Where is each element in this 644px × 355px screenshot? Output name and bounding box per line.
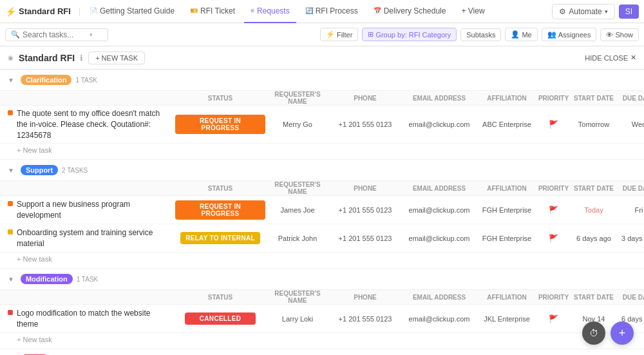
priority-flag: 🚩 — [549, 314, 558, 323]
task-name-text: The quote sent to my office doesn't matc… — [17, 108, 170, 140]
group-header-clarification[interactable]: ▼ Clarification 1 TASK — [0, 70, 644, 90]
top-bar: ⚡ Standard RFI | 📄 Getting Started Guide… — [0, 0, 644, 23]
status-cell: CANCELLED — [175, 312, 265, 325]
group-icon: ⊞ — [368, 30, 374, 39]
group-task-count: 1 TASK — [77, 276, 99, 283]
tab-requests[interactable]: ≡ Requests — [244, 0, 296, 23]
new-task-button[interactable]: + NEW TASK — [88, 52, 145, 64]
assignees-button[interactable]: 👥 Assignees — [542, 28, 597, 41]
add-task-fab[interactable]: + — [611, 321, 634, 345]
collapse-icon: ▼ — [8, 276, 14, 283]
group-task-count: 2 TASKS — [62, 167, 88, 174]
collapse-icon: ▼ — [8, 77, 14, 84]
subtasks-button[interactable]: Subtasks — [460, 28, 501, 41]
group-section-issue: ▼ Issue 1 TASK STATUS REQUESTER'S NAME P… — [0, 349, 644, 355]
group-header-issue[interactable]: ▼ Issue 1 TASK — [0, 349, 644, 355]
breadcrumb-info-icon: ℹ — [80, 53, 83, 62]
add-task-button[interactable]: + New task — [0, 333, 644, 349]
task-row[interactable]: Logo modification to match the website t… — [0, 305, 644, 333]
status-badge: RELAY TO INTERNAL — [180, 232, 260, 244]
requester-name-cell: James Joe — [265, 206, 330, 214]
group-by-button[interactable]: ⊞ Group by: RFI Category — [362, 28, 457, 41]
add-icon: + — [619, 327, 626, 340]
add-task-button[interactable]: + New task — [0, 253, 644, 268]
tab-icon-rfi-process: 🔄 — [305, 7, 313, 14]
show-icon: 👁 — [606, 31, 613, 39]
group-task-count: 1 TASK — [75, 77, 97, 84]
group-badge: Modification — [21, 274, 73, 284]
search-icon: 🔍 — [11, 30, 20, 39]
due-date-cell: 3 days ago — [616, 235, 644, 242]
priority-cell: 🚩 — [536, 314, 571, 323]
status-cell: REQUEST IN PROGRESS — [175, 200, 265, 220]
column-headers: STATUS REQUESTER'S NAME PHONE EMAIL ADDR… — [0, 289, 644, 305]
tab-rfi-ticket[interactable]: 🎫 RFI Ticket — [184, 0, 242, 23]
search-box[interactable]: 🔍 ▾ — [5, 28, 108, 41]
breadcrumb-collapse-icon: ◉ — [8, 54, 14, 61]
status-badge: REQUEST IN PROGRESS — [175, 200, 265, 220]
task-row[interactable]: Onboarding system and training service m… — [0, 224, 644, 253]
filter-button[interactable]: ⚡ Filter — [320, 28, 358, 41]
tab-icon-delivery: 📅 — [374, 7, 381, 14]
task-color-dot — [8, 229, 13, 235]
tab-view[interactable]: + View — [455, 0, 491, 23]
tab-getting-started[interactable]: 📄 Getting Started Guide — [83, 0, 181, 23]
tab-delivery-schedule[interactable]: 📅 Delivery Schedule — [367, 0, 453, 23]
affiliation-cell: ABC Enterprise — [478, 120, 536, 128]
me-button[interactable]: 👤 Me — [505, 28, 537, 41]
automate-chevron: ▾ — [605, 8, 608, 15]
top-bar-right: ⚙ Automate ▾ SI — [552, 4, 639, 19]
assignees-icon: 👥 — [547, 30, 556, 39]
group-header-support[interactable]: ▼ Support 2 TASKS — [0, 160, 644, 180]
me-icon: 👤 — [511, 30, 520, 39]
automate-button[interactable]: ⚙ Automate ▾ — [552, 4, 614, 19]
status-badge: REQUEST IN PROGRESS — [175, 115, 265, 134]
priority-cell: 🚩 — [536, 120, 571, 129]
breadcrumb-title: Standard RFI — [19, 53, 75, 63]
affiliation-cell: FGH Enterprise — [478, 206, 536, 214]
breadcrumb-bar: ◉ Standard RFI ℹ + NEW TASK HIDE CLOSE ✕ — [0, 46, 644, 70]
status-cell: REQUEST IN PROGRESS — [175, 115, 265, 134]
group-section-clarification: ▼ Clarification 1 TASK STATUS REQUESTER'… — [0, 70, 644, 160]
email-cell: email@clickup.com — [401, 235, 478, 242]
task-name-text: Support a new business program developme… — [17, 199, 170, 221]
affiliation-cell: FGH Enterprise — [478, 235, 536, 242]
phone-cell: +1 201 555 0123 — [330, 120, 401, 128]
close-icon: ✕ — [630, 53, 636, 62]
column-headers: STATUS REQUESTER'S NAME PHONE EMAIL ADDR… — [0, 90, 644, 106]
due-date-cell: Fri — [616, 206, 644, 214]
search-input[interactable] — [23, 30, 87, 39]
status-badge: CANCELLED — [185, 312, 256, 325]
add-task-button[interactable]: + New task — [0, 144, 644, 159]
affiliation-cell: JKL Enterprise — [478, 315, 536, 323]
priority-cell: 🚩 — [536, 234, 571, 243]
phone-cell: +1 201 555 0123 — [330, 206, 401, 214]
priority-flag: 🚩 — [549, 234, 558, 243]
tab-rfi-process[interactable]: 🔄 RFI Process — [299, 0, 365, 23]
task-color-dot — [8, 110, 13, 115]
task-name-cell: Logo modification to match the website t… — [8, 308, 175, 330]
top-bar-title: Standard RFI — [19, 6, 71, 16]
group-section-support: ▼ Support 2 TASKS STATUS REQUESTER'S NAM… — [0, 160, 644, 269]
group-header-modification[interactable]: ▼ Modification 1 TASK — [0, 269, 644, 289]
task-color-dot — [8, 310, 13, 315]
top-bar-icon: ⚡ — [5, 6, 16, 17]
task-row[interactable]: Support a new business program developme… — [0, 196, 644, 224]
start-date-cell: Today — [571, 206, 616, 214]
priority-cell: 🚩 — [536, 206, 571, 215]
task-name-cell: Support a new business program developme… — [8, 199, 175, 221]
share-button[interactable]: SI — [619, 5, 639, 19]
requester-name-cell: Patrick John — [265, 235, 330, 242]
hide-close-button[interactable]: HIDE CLOSE ✕ — [585, 53, 636, 62]
phone-cell: +1 201 555 0123 — [330, 315, 401, 323]
timer-icon: ⏱ — [589, 328, 598, 338]
task-name-text: Logo modification to match the website t… — [17, 308, 170, 330]
timer-button[interactable]: ⏱ — [582, 321, 605, 345]
task-name-cell: Onboarding system and training service m… — [8, 227, 175, 249]
task-row[interactable]: The quote sent to my office doesn't matc… — [0, 106, 644, 144]
email-cell: email@clickup.com — [401, 206, 478, 214]
show-button[interactable]: 👁 Show — [600, 28, 639, 41]
group-badge: Support — [21, 165, 58, 175]
priority-flag: 🚩 — [549, 120, 558, 129]
email-cell: email@clickup.com — [401, 120, 478, 128]
